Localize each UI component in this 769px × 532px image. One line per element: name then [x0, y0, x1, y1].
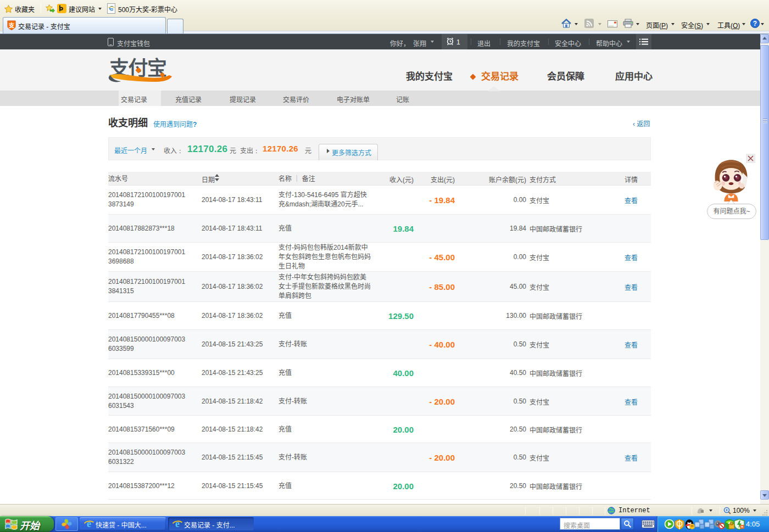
svg-text:e: e: [87, 519, 91, 529]
svg-text:支: 支: [8, 21, 15, 29]
svg-text:?: ?: [753, 20, 757, 27]
svg-text:e: e: [175, 519, 180, 529]
